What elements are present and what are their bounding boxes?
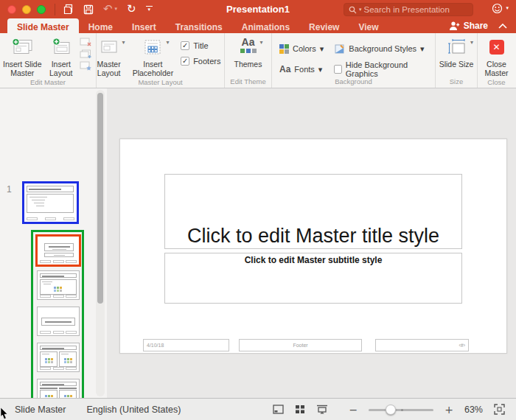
footer-placeholder[interactable]: Footer [239, 339, 362, 351]
preserve-master-icon[interactable] [80, 61, 92, 71]
tab-review[interactable]: Review [299, 18, 349, 33]
zoom-out-button[interactable]: − [349, 405, 358, 415]
tab-slide-master[interactable]: Slide Master [7, 18, 79, 33]
ribbon-group-edit-theme: Aa ▾ Themes Edit Theme [225, 33, 272, 88]
fullscreen-window-button[interactable] [37, 5, 46, 14]
share-label: Share [464, 21, 488, 31]
insert-slide-master-icon [11, 38, 33, 57]
zoom-slider-thumb[interactable] [386, 405, 396, 415]
ribbon-group-background: Colors ▾ Aa Fonts ▾ [272, 33, 436, 88]
colors-caret-icon: ▾ [320, 44, 324, 54]
minimize-window-button[interactable] [22, 5, 31, 14]
tab-transitions[interactable]: Transitions [166, 18, 232, 33]
master-layout-button[interactable]: ▾ Master Layout [94, 37, 124, 78]
thumbnail-scrollbar-track[interactable] [96, 90, 105, 396]
status-language[interactable]: English (United States) [86, 405, 181, 415]
slide-editing-area[interactable]: Click to edit Master title style Click t… [119, 139, 507, 354]
master-slide-thumbnail[interactable] [22, 181, 79, 224]
ribbon-group-close: ✕ Close Master Close [478, 33, 515, 88]
layout-thumbnail-two-content[interactable] [37, 343, 80, 372]
themes-caret-icon: ▾ [259, 39, 262, 46]
collapse-ribbon-icon[interactable] [498, 24, 507, 29]
insert-placeholder-button[interactable]: ▾ Insert Placeholder [130, 37, 176, 78]
zoom-slider[interactable] [369, 405, 433, 415]
fonts-button[interactable]: Aa Fonts ▾ [279, 63, 324, 76]
normal-view-icon[interactable] [273, 405, 284, 414]
colors-label: Colors [293, 44, 316, 53]
layout-thumbnail-title-and-content[interactable] [37, 270, 80, 300]
delete-slide-icon[interactable] [80, 38, 92, 47]
customize-toolbar-icon[interactable]: ▾ [146, 6, 153, 13]
layout-thumbnails-group [31, 230, 84, 420]
fit-slide-to-window-icon[interactable] [494, 404, 505, 415]
tab-view[interactable]: View [349, 18, 388, 33]
slide-size-icon [446, 38, 467, 56]
slideshow-view-icon[interactable] [316, 405, 328, 414]
close-window-button[interactable] [7, 5, 16, 14]
tab-animations[interactable]: Animations [232, 18, 299, 33]
insert-placeholder-icon [143, 38, 162, 56]
new-presentation-icon[interactable] [63, 4, 74, 15]
master-title-placeholder[interactable]: Click to edit Master title style [164, 174, 462, 249]
slide-thumbnail-panel[interactable]: 1 [0, 88, 107, 398]
background-styles-caret-icon: ▾ [420, 44, 425, 54]
zoom-level[interactable]: 63% [464, 405, 483, 415]
tab-home[interactable]: Home [79, 18, 122, 33]
share-button[interactable]: Share [449, 21, 488, 31]
footers-checkbox-box[interactable]: ✓ [181, 57, 189, 66]
hide-background-graphics-checkbox[interactable]: Hide Background Graphics [334, 63, 428, 76]
search-icon [349, 6, 357, 14]
search-placeholder: Search in Presentation [364, 5, 450, 14]
group-label-background: Background [272, 77, 435, 88]
mouse-cursor [0, 407, 8, 420]
footers-checkbox-label: Footers [193, 57, 220, 66]
close-master-button[interactable]: ✕ Close Master [478, 37, 515, 78]
slide-size-caret-icon: ▾ [470, 39, 473, 46]
share-person-icon [449, 21, 461, 30]
themes-icon: Aa [240, 37, 257, 53]
background-styles-icon [334, 43, 345, 55]
feedback-control[interactable]: ▾ [492, 3, 509, 14]
fonts-caret-icon: ▾ [318, 65, 323, 74]
thumbnail-scrollbar-thumb[interactable] [97, 93, 103, 304]
master-subtitle-placeholder[interactable]: Click to edit Master subtitle style [164, 253, 462, 304]
tab-insert[interactable]: Insert [122, 18, 166, 33]
colors-button[interactable]: Colors ▾ [279, 42, 324, 55]
hide-background-graphics-label: Hide Background Graphics [346, 60, 428, 78]
background-styles-button[interactable]: Background Styles ▾ [334, 42, 428, 55]
save-icon[interactable] [83, 4, 94, 15]
ribbon: Insert Slide Master Insert Layout [0, 33, 516, 88]
status-bar: Slide Master English (United States) − +… [0, 398, 516, 420]
layout-thumbnail-section-header[interactable] [37, 307, 80, 336]
themes-button[interactable]: Aa ▾ Themes [231, 37, 265, 69]
title-checkbox[interactable]: ✓ Title [181, 41, 220, 50]
search-scope-caret-icon[interactable]: ▾ [359, 7, 362, 13]
date-placeholder[interactable]: 4/10/18 [143, 339, 229, 351]
search-input[interactable]: ▾ Search in Presentation [344, 3, 473, 16]
powerpoint-window: ↶ ▾ ↻ ▾ Presentation1 ▾ Search in Presen… [0, 0, 516, 420]
insert-placeholder-caret-icon: ▾ [166, 39, 169, 46]
layout-thumbnail-title-slide[interactable] [35, 234, 81, 267]
redo-icon[interactable]: ↻ [127, 4, 136, 15]
insert-slide-master-button[interactable]: Insert Slide Master [0, 37, 45, 78]
quick-access-toolbar: ↶ ▾ ↻ ▾ [63, 4, 153, 15]
zoom-in-button[interactable]: + [444, 405, 453, 415]
close-master-icon: ✕ [489, 40, 504, 55]
title-checkbox-box[interactable]: ✓ [181, 41, 189, 50]
slide-number-text: ‹#› [459, 343, 465, 348]
status-view-name: Slide Master [15, 405, 66, 415]
ribbon-group-size: ▾ Slide Size Size [436, 33, 478, 88]
slide-sorter-view-icon[interactable] [295, 405, 305, 414]
slide-size-button[interactable]: ▾ Slide Size [436, 37, 477, 69]
ribbon-group-master-layout: ▾ Master Layout ▾ Insert Placeh [97, 33, 225, 88]
footers-checkbox[interactable]: ✓ Footers [181, 57, 220, 66]
duplicate-slide-icon[interactable] [80, 49, 92, 59]
insert-layout-button[interactable]: Insert Layout [45, 37, 77, 78]
titlebar-divider [55, 4, 55, 15]
undo-icon[interactable]: ↶ [103, 4, 113, 15]
undo-caret-icon[interactable]: ▾ [115, 7, 118, 12]
hide-background-graphics-box[interactable] [334, 65, 341, 74]
smiley-icon [492, 3, 503, 14]
slide-number-placeholder[interactable]: ‹#› [375, 339, 469, 351]
group-label-size: Size [436, 77, 477, 88]
